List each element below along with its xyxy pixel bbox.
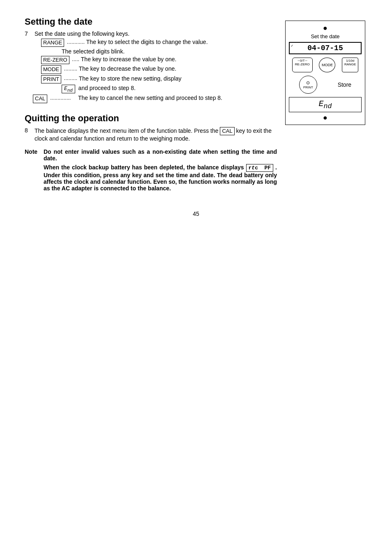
print-key-row: PRINT ········· The key to store the new…	[25, 75, 277, 83]
diagram: ● Set the date ✓ 04-07-15 →0/T← RE-ZERO …	[285, 21, 365, 125]
print-key-cell: PRINT ·········	[41, 75, 79, 83]
end-display-inline: End	[62, 85, 75, 94]
print-sub: End and proceed to step 8.	[25, 85, 277, 94]
range-top-label: 1/10d	[346, 59, 354, 62]
note-section: Note Do not enter invalid values such as…	[25, 148, 277, 192]
section2-title: Quitting the operation	[25, 113, 277, 124]
range-key-btn: RANGE	[41, 39, 64, 47]
range-button: 1/10d RANGE	[342, 58, 358, 72]
print-circle-icon: ⊙	[306, 80, 310, 86]
button-row: →0/T← RE-ZERO MODE 1/10d RANGE	[289, 58, 362, 72]
print-dots: ·········	[62, 76, 79, 82]
rezero-key-cell: RE-ZERO ·····	[41, 56, 81, 64]
print-desc: The key to store the new setting, displa…	[79, 75, 277, 82]
cal-dots: ··············	[48, 96, 72, 102]
diagram-title: Set the date	[311, 33, 339, 39]
store-label: Store	[338, 81, 351, 88]
mode-key-row: MODE ········· The key to decrease the v…	[25, 65, 277, 74]
rezero-desc: The key to increase the value by one.	[81, 56, 277, 62]
page-layout: Setting the date 7 Set the date using th…	[25, 16, 367, 194]
note-text1: Do not enter invalid values such as a no…	[44, 148, 277, 162]
note-line1: Note Do not enter invalid values such as…	[25, 148, 277, 162]
left-column: Setting the date 7 Set the date using th…	[25, 16, 277, 194]
top-dot-indicator: ●	[323, 24, 327, 32]
print-sub-text: and proceed to step 8.	[77, 85, 136, 91]
note-text2: When the clock backup battery has been d…	[44, 164, 277, 192]
step8-line: 8 The balance displays the next menu ite…	[25, 127, 277, 142]
step8-text: The balance displays the next menu item …	[35, 127, 277, 142]
bottom-dot-indicator: ●	[323, 114, 327, 121]
step7-number: 7	[25, 30, 32, 37]
mode-desc: The key to decrease the value by one.	[79, 65, 277, 72]
re-zero-top-label: →0/T←	[297, 59, 308, 62]
cal-key-cell: CAL ··············	[33, 95, 78, 103]
print-key-btn: PRINT	[41, 75, 61, 83]
mode-button: MODE	[319, 58, 335, 72]
range-sub-text: The selected digits blink.	[62, 48, 125, 55]
end-label: End	[318, 99, 332, 109]
section2: Quitting the operation 8 The balance dis…	[25, 113, 277, 142]
right-column: ● Set the date ✓ 04-07-15 →0/T← RE-ZERO …	[285, 21, 367, 125]
store-row: ⊙ PRINT Store	[289, 76, 362, 94]
step7-line: 7 Set the date using the following keys.	[25, 30, 277, 37]
rezero-key-btn: RE-ZERO	[41, 56, 69, 64]
checkmark-icon: ✓	[291, 44, 293, 48]
range-desc: The key to select the digits to change t…	[86, 39, 277, 45]
note-label: Note	[25, 148, 40, 162]
date-value: 04-07-15	[307, 44, 343, 52]
step8-number: 8	[25, 127, 32, 142]
rtc-display: rtc PF	[246, 164, 274, 172]
end-diagram-display: End	[289, 97, 362, 112]
cal-key-btn-step8: CAL	[220, 127, 234, 135]
print-label: PRINT	[303, 86, 313, 89]
rezero-dots: ·····	[71, 57, 81, 63]
print-button: ⊙ PRINT	[299, 76, 317, 94]
mode-key-btn: MODE	[41, 65, 61, 74]
range-bot-label: RANGE	[344, 62, 356, 66]
page-number: 45	[25, 210, 367, 217]
range-key-row: RANGE ············ The key to select the…	[25, 39, 277, 47]
mode-key-cell: MODE ·········	[41, 65, 79, 74]
cal-desc: The key to cancel the new setting and pr…	[78, 95, 277, 101]
step7-text: Set the date using the following keys.	[35, 30, 129, 37]
section1-title: Setting the date	[25, 16, 277, 27]
range-dots: ············	[65, 40, 86, 46]
rezero-key-row: RE-ZERO ····· The key to increase the va…	[25, 56, 277, 64]
date-display-box: ✓ 04-07-15	[289, 42, 362, 54]
range-key-cell: RANGE ············	[41, 39, 86, 47]
cal-key-row: CAL ·············· The key to cancel the…	[25, 95, 277, 103]
note-label2	[25, 164, 40, 192]
re-zero-button: →0/T← RE-ZERO	[292, 58, 313, 72]
re-zero-bot-label: RE-ZERO	[295, 62, 310, 66]
mode-label: MODE	[322, 63, 333, 67]
range-sub: The selected digits blink.	[25, 48, 277, 55]
cal-key-btn: CAL	[33, 95, 47, 103]
mode-dots: ·········	[62, 67, 79, 73]
note-line2: When the clock backup battery has been d…	[25, 164, 277, 192]
